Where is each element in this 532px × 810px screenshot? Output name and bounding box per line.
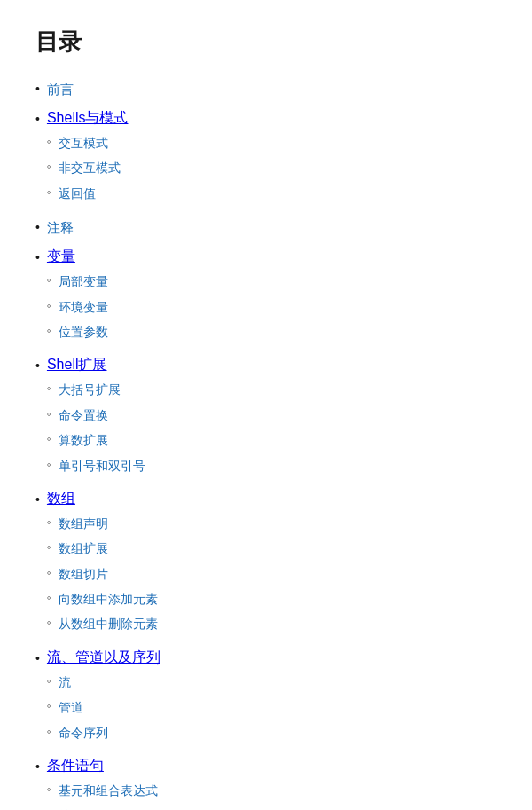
toc-sub-item[interactable]: 数组扩展: [47, 539, 497, 558]
toc-sub-item[interactable]: 数组声明: [47, 514, 497, 533]
toc-title: 目录: [35, 27, 497, 58]
toc-sublist: 流管道命令序列: [47, 672, 497, 748]
toc-sub-link[interactable]: 从数组中删除元素: [59, 614, 158, 633]
toc-link[interactable]: 变量: [47, 248, 75, 266]
toc-link[interactable]: 流、管道以及序列: [47, 649, 160, 667]
toc-sub-item[interactable]: 非交互模式: [47, 158, 497, 177]
toc-sublist: 局部变量环境变量位置参数: [47, 271, 497, 347]
toc-item: Shell扩展大括号扩展命令置换算数扩展单引号和双引号: [35, 356, 497, 481]
toc-sub-item[interactable]: 返回值: [47, 184, 497, 203]
toc-link[interactable]: Shells与模式: [47, 109, 129, 128]
toc-sub-link[interactable]: 大括号扩展: [59, 380, 121, 399]
toc-sublist: 交互模式非交互模式返回值: [47, 133, 497, 208]
toc-item[interactable]: 前言: [35, 79, 497, 100]
toc-sub-item[interactable]: 大括号扩展: [47, 380, 497, 399]
toc-link[interactable]: 条件语句: [47, 757, 104, 775]
toc-sub-link[interactable]: 交互模式: [59, 133, 108, 153]
toc-sublist: 数组声明数组扩展数组切片向数组中添加元素从数组中删除元素: [47, 514, 497, 640]
toc-sub-link[interactable]: 基元和组合表达式: [59, 781, 158, 800]
toc-sub-item[interactable]: 命令置换: [47, 405, 497, 425]
toc-sub-item[interactable]: 命令序列: [47, 723, 497, 743]
toc-sub-item[interactable]: 位置参数: [47, 322, 497, 342]
toc-sub-item[interactable]: 算数扩展: [47, 430, 497, 450]
toc-sublist: 基元和组合表达式使用 if使用 case: [47, 781, 497, 810]
toc-sub-item[interactable]: 局部变量: [47, 271, 497, 291]
toc-item: 流、管道以及序列流管道命令序列: [35, 649, 497, 748]
toc-sub-link[interactable]: 命令序列: [59, 723, 108, 743]
toc-sub-link[interactable]: 流: [59, 672, 71, 692]
toc-item: 变量局部变量环境变量位置参数: [35, 248, 497, 347]
toc-sub-item[interactable]: 单引号和双引号: [47, 456, 497, 476]
toc-sub-item[interactable]: 基元和组合表达式: [47, 781, 497, 800]
page-container: 目录 前言Shells与模式交互模式非交互模式返回值注释变量局部变量环境变量位置…: [0, 0, 532, 810]
toc-sub-link[interactable]: 数组声明: [59, 514, 108, 533]
toc-sub-item[interactable]: 从数组中删除元素: [47, 614, 497, 633]
toc-link[interactable]: 数组: [47, 490, 75, 508]
toc-sub-link[interactable]: 返回值: [59, 184, 96, 203]
toc-sub-link[interactable]: 算数扩展: [59, 430, 108, 450]
toc-item: 条件语句基元和组合表达式使用 if使用 case: [35, 757, 497, 810]
toc-sub-link[interactable]: 使用 if: [59, 806, 93, 810]
toc-sub-link[interactable]: 管道: [59, 697, 83, 717]
toc-sub-link[interactable]: 环境变量: [59, 297, 108, 317]
toc-sub-item[interactable]: 数组切片: [47, 564, 497, 584]
toc-sub-link[interactable]: 位置参数: [59, 322, 108, 342]
toc-sub-link[interactable]: 非交互模式: [59, 158, 121, 177]
toc-item: Shells与模式交互模式非交互模式返回值: [35, 109, 497, 208]
toc-sub-link[interactable]: 局部变量: [59, 271, 108, 291]
toc-link[interactable]: 注释: [47, 217, 74, 239]
toc-item[interactable]: 注释: [35, 217, 497, 239]
toc-sub-item[interactable]: 向数组中添加元素: [47, 589, 497, 609]
toc-sub-item[interactable]: 环境变量: [47, 297, 497, 317]
toc-sub-item[interactable]: 交互模式: [47, 133, 497, 153]
toc-link[interactable]: Shell扩展: [47, 356, 107, 374]
toc-sub-item[interactable]: 管道: [47, 697, 497, 717]
toc-sublist: 大括号扩展命令置换算数扩展单引号和双引号: [47, 380, 497, 481]
toc-sub-link[interactable]: 向数组中添加元素: [59, 589, 158, 609]
toc-link[interactable]: 前言: [47, 79, 74, 100]
toc-sub-item[interactable]: 使用 if: [47, 806, 497, 810]
toc-sub-link[interactable]: 单引号和双引号: [59, 456, 145, 476]
toc-item: 数组数组声明数组扩展数组切片向数组中添加元素从数组中删除元素: [35, 490, 497, 640]
toc-sub-link[interactable]: 命令置换: [59, 405, 108, 425]
toc-sub-link[interactable]: 数组扩展: [59, 539, 108, 558]
toc-sub-item[interactable]: 流: [47, 672, 497, 692]
toc-sub-link[interactable]: 数组切片: [59, 564, 108, 584]
toc-list: 前言Shells与模式交互模式非交互模式返回值注释变量局部变量环境变量位置参数S…: [35, 79, 497, 810]
